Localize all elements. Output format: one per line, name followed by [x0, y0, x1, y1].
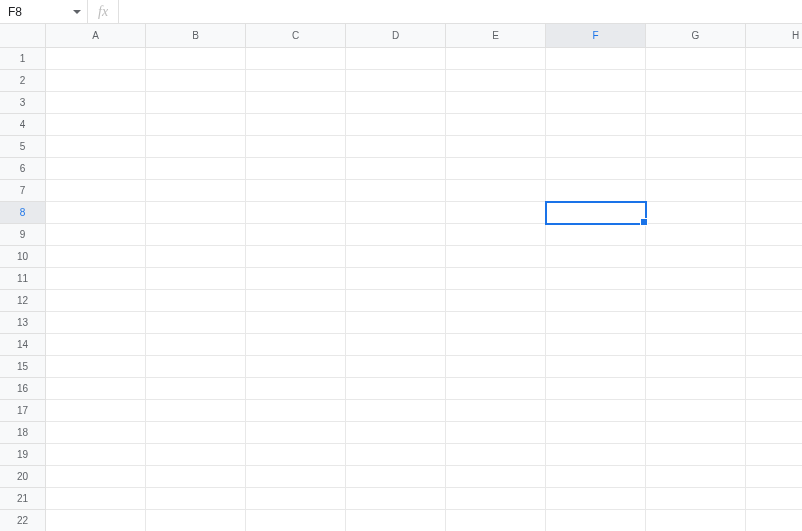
- cell-e5[interactable]: [446, 136, 546, 158]
- column-header-f[interactable]: F: [546, 24, 646, 48]
- cell-f15[interactable]: [546, 356, 646, 378]
- cell-a5[interactable]: [46, 136, 146, 158]
- row-header-16[interactable]: 16: [0, 378, 46, 400]
- cell-b18[interactable]: [146, 422, 246, 444]
- cell-g18[interactable]: [646, 422, 746, 444]
- cell-g21[interactable]: [646, 488, 746, 510]
- cell-e10[interactable]: [446, 246, 546, 268]
- cell-c6[interactable]: [246, 158, 346, 180]
- cell-d19[interactable]: [346, 444, 446, 466]
- cell-f14[interactable]: [546, 334, 646, 356]
- row-header-9[interactable]: 9: [0, 224, 46, 246]
- row-header-12[interactable]: 12: [0, 290, 46, 312]
- cell-g12[interactable]: [646, 290, 746, 312]
- cell-b17[interactable]: [146, 400, 246, 422]
- cell-b20[interactable]: [146, 466, 246, 488]
- cell-a1[interactable]: [46, 48, 146, 70]
- row-header-20[interactable]: 20: [0, 466, 46, 488]
- row-header-13[interactable]: 13: [0, 312, 46, 334]
- formula-input[interactable]: [119, 0, 802, 23]
- cell-d21[interactable]: [346, 488, 446, 510]
- cell-g11[interactable]: [646, 268, 746, 290]
- cell-d2[interactable]: [346, 70, 446, 92]
- cell-e7[interactable]: [446, 180, 546, 202]
- cell-d15[interactable]: [346, 356, 446, 378]
- cell-g14[interactable]: [646, 334, 746, 356]
- row-header-3[interactable]: 3: [0, 92, 46, 114]
- row-header-19[interactable]: 19: [0, 444, 46, 466]
- cell-c4[interactable]: [246, 114, 346, 136]
- cell-f17[interactable]: [546, 400, 646, 422]
- cell-c20[interactable]: [246, 466, 346, 488]
- cell-h13[interactable]: [746, 312, 802, 334]
- cell-b11[interactable]: [146, 268, 246, 290]
- cell-f10[interactable]: [546, 246, 646, 268]
- cell-a18[interactable]: [46, 422, 146, 444]
- cell-b5[interactable]: [146, 136, 246, 158]
- cell-h17[interactable]: [746, 400, 802, 422]
- cell-f5[interactable]: [546, 136, 646, 158]
- cell-g5[interactable]: [646, 136, 746, 158]
- cell-g19[interactable]: [646, 444, 746, 466]
- cell-a13[interactable]: [46, 312, 146, 334]
- cell-h5[interactable]: [746, 136, 802, 158]
- cell-a20[interactable]: [46, 466, 146, 488]
- cell-b10[interactable]: [146, 246, 246, 268]
- cell-f4[interactable]: [546, 114, 646, 136]
- cell-h20[interactable]: [746, 466, 802, 488]
- row-header-15[interactable]: 15: [0, 356, 46, 378]
- cell-d4[interactable]: [346, 114, 446, 136]
- cell-d1[interactable]: [346, 48, 446, 70]
- cell-f11[interactable]: [546, 268, 646, 290]
- row-header-8[interactable]: 8: [0, 202, 46, 224]
- cell-e19[interactable]: [446, 444, 546, 466]
- cell-h19[interactable]: [746, 444, 802, 466]
- row-header-11[interactable]: 11: [0, 268, 46, 290]
- cell-g3[interactable]: [646, 92, 746, 114]
- cell-a22[interactable]: [46, 510, 146, 531]
- cell-a3[interactable]: [46, 92, 146, 114]
- cell-c21[interactable]: [246, 488, 346, 510]
- cell-e3[interactable]: [446, 92, 546, 114]
- cell-h12[interactable]: [746, 290, 802, 312]
- cell-c1[interactable]: [246, 48, 346, 70]
- cell-a16[interactable]: [46, 378, 146, 400]
- cell-d17[interactable]: [346, 400, 446, 422]
- cell-c10[interactable]: [246, 246, 346, 268]
- cell-c16[interactable]: [246, 378, 346, 400]
- cell-b9[interactable]: [146, 224, 246, 246]
- cell-b14[interactable]: [146, 334, 246, 356]
- cell-c5[interactable]: [246, 136, 346, 158]
- cell-b3[interactable]: [146, 92, 246, 114]
- cell-e1[interactable]: [446, 48, 546, 70]
- cell-c17[interactable]: [246, 400, 346, 422]
- cell-g13[interactable]: [646, 312, 746, 334]
- cell-a10[interactable]: [46, 246, 146, 268]
- column-header-h[interactable]: H: [746, 24, 802, 48]
- row-header-18[interactable]: 18: [0, 422, 46, 444]
- cell-b19[interactable]: [146, 444, 246, 466]
- cell-e12[interactable]: [446, 290, 546, 312]
- cell-f8[interactable]: [546, 202, 646, 224]
- cell-b13[interactable]: [146, 312, 246, 334]
- cell-c9[interactable]: [246, 224, 346, 246]
- cell-g9[interactable]: [646, 224, 746, 246]
- cell-e8[interactable]: [446, 202, 546, 224]
- cell-g22[interactable]: [646, 510, 746, 531]
- cell-e15[interactable]: [446, 356, 546, 378]
- cell-f16[interactable]: [546, 378, 646, 400]
- row-header-4[interactable]: 4: [0, 114, 46, 136]
- cell-c19[interactable]: [246, 444, 346, 466]
- cell-b12[interactable]: [146, 290, 246, 312]
- cell-e6[interactable]: [446, 158, 546, 180]
- cell-d5[interactable]: [346, 136, 446, 158]
- column-header-g[interactable]: G: [646, 24, 746, 48]
- cell-g10[interactable]: [646, 246, 746, 268]
- cell-h22[interactable]: [746, 510, 802, 531]
- cell-h21[interactable]: [746, 488, 802, 510]
- row-header-1[interactable]: 1: [0, 48, 46, 70]
- cell-g7[interactable]: [646, 180, 746, 202]
- cell-h1[interactable]: [746, 48, 802, 70]
- row-header-5[interactable]: 5: [0, 136, 46, 158]
- cell-d7[interactable]: [346, 180, 446, 202]
